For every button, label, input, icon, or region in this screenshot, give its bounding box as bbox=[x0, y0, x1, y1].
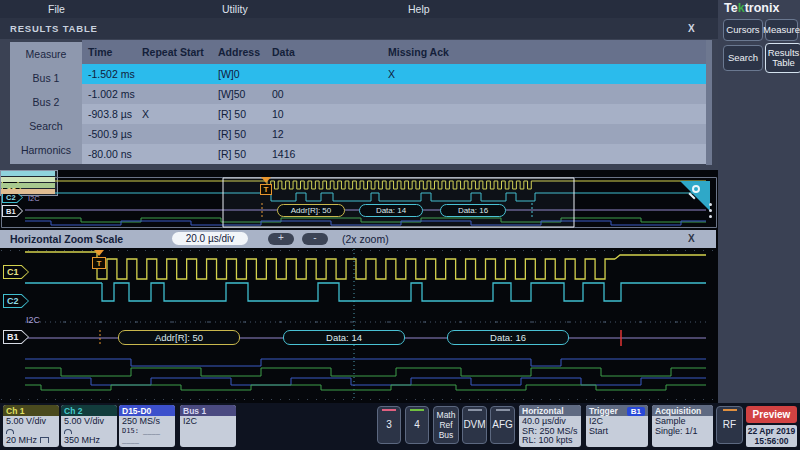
ch1-badge[interactable]: Ch 1 5.00 V/div 20 MHz bbox=[3, 405, 59, 447]
column-header: Address bbox=[218, 46, 260, 58]
cell-address: [R] 50 bbox=[218, 128, 246, 140]
digital-badge[interactable]: D15-D0 250 MS/s D15: ____ ____ D7 :::: :… bbox=[119, 405, 175, 447]
table-row[interactable]: -500.9 µs[R] 5012 bbox=[82, 124, 710, 144]
overview-bus1-badge[interactable]: B1 bbox=[2, 205, 23, 217]
main-bus1-badge[interactable]: B1 bbox=[3, 330, 29, 344]
cursors-button[interactable]: Cursors bbox=[723, 19, 763, 41]
measure-button[interactable]: Measure bbox=[765, 19, 798, 41]
overview-waveform-canvas[interactable] bbox=[1, 177, 717, 228]
cell-address: [R] 50 bbox=[218, 148, 246, 160]
cell-repeat_start: X bbox=[142, 108, 149, 120]
horizontal-record-length: RL: 100 kpts bbox=[522, 436, 578, 446]
tektronix-logo: Tektronix bbox=[724, 1, 798, 16]
ch1-scale: 5.00 V/div bbox=[6, 417, 56, 427]
overview-decode-data2: Data: 16 bbox=[440, 204, 506, 217]
table-row[interactable]: -903.8 µsX[R] 5010 bbox=[82, 104, 710, 124]
date-label: 22 Apr 2019 bbox=[746, 426, 797, 436]
waveform-region: C1 C2 B1 I2C T Addr[R]: 50 Data: 14 Data… bbox=[0, 170, 718, 403]
trigger-source-chip: B1 bbox=[627, 407, 645, 416]
cell-data: 1416 bbox=[272, 148, 295, 160]
results-panel-title: RESULTS TABLE bbox=[10, 23, 98, 34]
cell-time: -903.8 µs bbox=[88, 108, 132, 120]
results-table-scrollbar[interactable] bbox=[706, 40, 712, 165]
afg-dash bbox=[496, 409, 510, 411]
search-button[interactable]: Search bbox=[723, 45, 763, 71]
table-row[interactable]: -1.002 ms[W]5000 bbox=[82, 84, 710, 104]
results-table-body: -1.502 ms[W]0X-1.002 ms[W]5000-903.8 µsX… bbox=[82, 64, 710, 165]
more-options-icon[interactable] bbox=[708, 203, 714, 219]
results-panel-close-icon[interactable]: X bbox=[688, 23, 695, 34]
results-panel-titlebar: RESULTS TABLE X bbox=[0, 18, 718, 39]
results-table-header: TimeRepeat StartAddressDataMissing Ack bbox=[82, 40, 710, 64]
math-ref-bus-button[interactable]: Math Ref Bus bbox=[433, 406, 459, 444]
table-row[interactable]: -1.502 ms[W]0X bbox=[82, 64, 710, 84]
bus1-badge[interactable]: Bus 1 I2C bbox=[180, 405, 236, 447]
table-row[interactable]: -80.00 ns[R] 501416 bbox=[82, 144, 710, 164]
probe-icon bbox=[64, 429, 72, 434]
zoom-in-button[interactable]: + bbox=[268, 233, 294, 245]
zoom-bar-close-icon[interactable]: X bbox=[688, 233, 695, 244]
zoom-scale-value[interactable]: 20.0 µs/div bbox=[172, 232, 248, 245]
cell-address: [W]0 bbox=[218, 68, 240, 80]
main-decode-address: Addr[R]: 50 bbox=[118, 330, 240, 345]
main-decode-data1: Data: 14 bbox=[283, 330, 405, 345]
results-table-panel: RESULTS TABLE X MeasureBus 1Bus 2SearchH… bbox=[0, 18, 718, 170]
main-trigger-flag[interactable]: T bbox=[92, 257, 106, 269]
zoom-bar-label: Horizontal Zoom Scale bbox=[10, 233, 123, 245]
afg-button[interactable]: AFG bbox=[490, 406, 515, 444]
cell-address: [R] 50 bbox=[218, 108, 246, 120]
results-table-button[interactable]: Results Table bbox=[765, 43, 800, 73]
cell-missing_ack: X bbox=[388, 68, 395, 80]
ch4-button[interactable]: 4 bbox=[405, 406, 429, 444]
ch2-scale: 5.00 V/div bbox=[64, 417, 114, 427]
horizontal-badge[interactable]: Horizontal 40.0 µs/div SR: 250 MS/s RL: … bbox=[519, 405, 581, 447]
zoom-out-button[interactable]: - bbox=[302, 233, 328, 245]
dvm-button[interactable]: DVM bbox=[462, 406, 487, 444]
horizontal-zoom-bar: Horizontal Zoom Scale 20.0 µs/div + - (2… bbox=[0, 230, 716, 248]
zoom-magnifier-icon[interactable] bbox=[680, 181, 710, 211]
menu-help[interactable]: Help bbox=[408, 3, 430, 15]
main-ch1-badge[interactable]: C1 bbox=[3, 265, 29, 279]
rf-color-dash bbox=[723, 409, 737, 411]
ch1-bandwidth: 20 MHz bbox=[6, 435, 37, 445]
datetime-display: 22 Apr 2019 15:56:00 bbox=[746, 425, 797, 447]
ch2-badge[interactable]: Ch 2 5.00 V/div 350 MHz bbox=[61, 405, 117, 447]
cell-time: -1.502 ms bbox=[88, 68, 135, 80]
column-header: Missing Ack bbox=[388, 46, 449, 58]
overview-decode-address: Addr[R]: 50 bbox=[277, 204, 345, 217]
main-ch2-badge[interactable]: C2 bbox=[3, 294, 29, 308]
menu-utility[interactable]: Utility bbox=[222, 3, 248, 15]
status-bar: Ch 1 5.00 V/div 20 MHz Ch 2 5.00 V/div 3… bbox=[0, 403, 800, 450]
trigger-mode: Start bbox=[589, 427, 645, 437]
main-waveform-canvas[interactable] bbox=[1, 249, 717, 401]
acquisition-badge[interactable]: Acquisition Sample Single: 1/1 bbox=[652, 405, 713, 447]
main-decode-data2: Data: 16 bbox=[447, 330, 569, 345]
cell-data: 12 bbox=[272, 128, 284, 140]
preview-button[interactable]: Preview bbox=[746, 406, 797, 423]
menu-file[interactable]: File bbox=[48, 3, 65, 15]
results-tab-harmonics[interactable]: Harmonics bbox=[10, 138, 82, 162]
results-tab-search[interactable]: Search bbox=[10, 114, 82, 138]
cell-time: -500.9 µs bbox=[88, 128, 132, 140]
cell-address: [W]50 bbox=[218, 88, 245, 100]
ch3-color-dash bbox=[382, 409, 396, 411]
main-trigger-marker-icon[interactable] bbox=[94, 250, 104, 256]
digital-rate: 250 MS/s bbox=[122, 417, 172, 427]
sidebar: Tektronix Cursors Measure Search Results… bbox=[718, 0, 800, 403]
rf-button[interactable]: RF bbox=[716, 406, 743, 444]
digital-d7-pattern: D7 :::: :::: bbox=[122, 446, 172, 448]
results-tab-bus-2[interactable]: Bus 2 bbox=[10, 90, 82, 114]
main-i2c-label: I2C bbox=[26, 315, 40, 325]
cell-data: 10 bbox=[272, 108, 284, 120]
bus1-type: I2C bbox=[183, 417, 233, 427]
trigger-badge[interactable]: Trigger B1 I2C Start bbox=[586, 405, 648, 447]
time-label: 15:56:00 bbox=[746, 436, 797, 446]
results-tab-measure[interactable]: Measure bbox=[10, 42, 82, 66]
results-tab-bus-1[interactable]: Bus 1 bbox=[10, 66, 82, 90]
overview-trigger-flag[interactable]: T bbox=[260, 184, 272, 195]
ch3-button[interactable]: 3 bbox=[377, 406, 401, 444]
probe-icon bbox=[6, 429, 14, 434]
overview-trigger-marker-icon[interactable] bbox=[261, 177, 271, 183]
cell-data: 00 bbox=[272, 88, 284, 100]
digital-group-label[interactable] bbox=[0, 170, 58, 196]
